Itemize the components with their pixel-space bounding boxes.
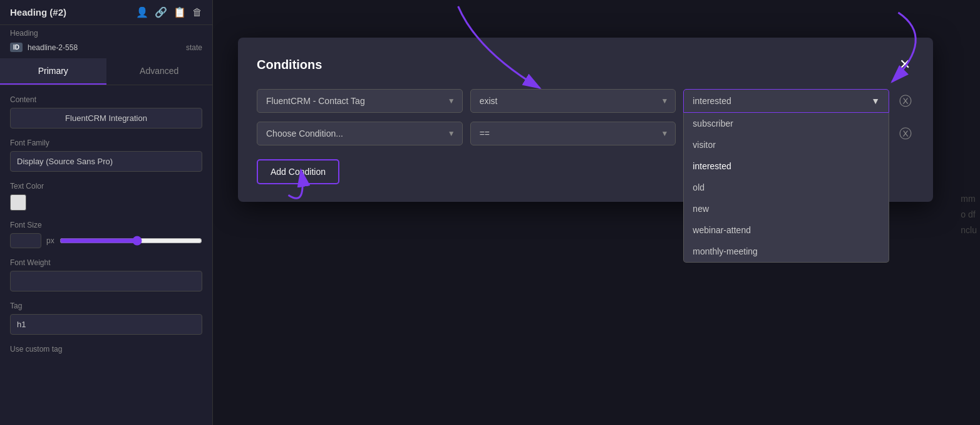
remove-row-1-button[interactable]: ⓧ	[897, 92, 914, 110]
use-custom-tag-label: Use custom tag	[10, 345, 202, 354]
dropdown-option-monthly-meeting[interactable]: monthly-meeting	[684, 241, 889, 262]
font-family-label: Font Family	[10, 139, 202, 147]
tag-dropdown-wrapper-1: interested ▼ subscriber visitor interest…	[683, 89, 889, 113]
tab-primary[interactable]: Primary	[0, 58, 106, 85]
heading-label: Heading	[0, 25, 212, 40]
condition-row-1: FluentCRM - Contact Tag ▼ exist ▼ intere…	[257, 89, 914, 113]
font-weight-field: Font Weight	[10, 258, 202, 291]
content-field: Content FluentCRM Integration	[10, 95, 202, 129]
sidebar-tabs: Primary Advanced	[0, 58, 212, 85]
dropdown-option-subscriber[interactable]: subscriber	[684, 113, 889, 134]
content-label: Content	[10, 95, 202, 104]
field-select-wrapper-1: FluentCRM - Contact Tag ▼	[257, 89, 463, 113]
operator-select-1[interactable]: exist	[470, 89, 676, 113]
color-swatch[interactable]	[10, 194, 26, 211]
sidebar-title: Heading (#2)	[10, 7, 66, 18]
add-condition-button[interactable]: Add Condition	[257, 159, 339, 184]
copy-icon[interactable]: 📋	[173, 6, 186, 18]
modal-header: Conditions ✕	[257, 55, 914, 74]
field-select-1[interactable]: FluentCRM - Contact Tag	[257, 89, 463, 113]
header-icons: 👤 🔗 📋 🗑	[136, 6, 202, 18]
font-size-unit: px	[46, 236, 54, 245]
font-size-slider[interactable]	[59, 236, 202, 246]
state-label: state	[186, 43, 202, 52]
dropdown-option-new[interactable]: new	[684, 198, 889, 219]
tag-select[interactable]: h1	[10, 314, 202, 335]
conditions-modal: Conditions ✕ FluentCRM - Contact Tag ▼ e…	[238, 38, 933, 202]
font-size-label: Font Size	[10, 221, 202, 229]
content-button[interactable]: FluentCRM Integration	[10, 108, 202, 129]
remove-row-2-button[interactable]: ⓧ	[897, 125, 914, 142]
text-color-label: Text Color	[10, 182, 202, 191]
tab-advanced[interactable]: Advanced	[106, 58, 213, 85]
tag-field: Tag h1	[10, 302, 202, 335]
font-family-field: Font Family Display (Source Sans Pro)	[10, 139, 202, 172]
font-weight-label: Font Weight	[10, 258, 202, 267]
font-size-input[interactable]	[10, 233, 41, 248]
sidebar-header: Heading (#2) 👤 🔗 📋 🗑	[0, 0, 212, 25]
sidebar: Heading (#2) 👤 🔗 📋 🗑 Heading ID headline…	[0, 0, 213, 425]
modal-close-button[interactable]: ✕	[895, 55, 914, 74]
id-row: ID headline-2-558 state	[0, 40, 212, 58]
operator-select-wrapper-2: == ▼	[470, 122, 676, 145]
operator-select-wrapper-1: exist ▼	[470, 89, 676, 113]
field-select-wrapper-2: Choose Condition... ▼	[257, 122, 463, 145]
tag-dropdown-list: subscriber visitor interested old new we…	[683, 113, 889, 263]
font-size-field: Font Size px	[10, 221, 202, 248]
color-row	[10, 194, 202, 211]
sidebar-content: Content FluentCRM Integration Font Famil…	[0, 85, 212, 425]
id-value: headline-2-558	[28, 43, 181, 52]
id-badge: ID	[10, 43, 23, 52]
dropdown-option-interested[interactable]: interested	[684, 155, 889, 177]
person-icon[interactable]: 👤	[136, 6, 148, 18]
tag-chevron: ▼	[871, 96, 880, 106]
field-select-2[interactable]: Choose Condition...	[257, 122, 463, 145]
trash-icon[interactable]: 🗑	[192, 7, 202, 18]
tag-selected-value: interested	[693, 96, 731, 106]
link-icon[interactable]: 🔗	[155, 6, 167, 18]
tag-dropdown-trigger-1[interactable]: interested ▼	[683, 89, 889, 113]
dropdown-option-old[interactable]: old	[684, 177, 889, 198]
modal-title: Conditions	[257, 58, 322, 72]
font-size-row: px	[10, 233, 202, 248]
dropdown-option-visitor[interactable]: visitor	[684, 134, 889, 155]
dropdown-option-webinar-attend[interactable]: webinar-attend	[684, 219, 889, 241]
font-weight-input[interactable]	[10, 271, 202, 291]
main-area: Conditions ✕ FluentCRM - Contact Tag ▼ e…	[213, 0, 980, 425]
text-color-field: Text Color	[10, 182, 202, 211]
font-family-select[interactable]: Display (Source Sans Pro)	[10, 151, 202, 172]
operator-select-2[interactable]: ==	[470, 122, 676, 145]
tag-label: Tag	[10, 302, 202, 310]
